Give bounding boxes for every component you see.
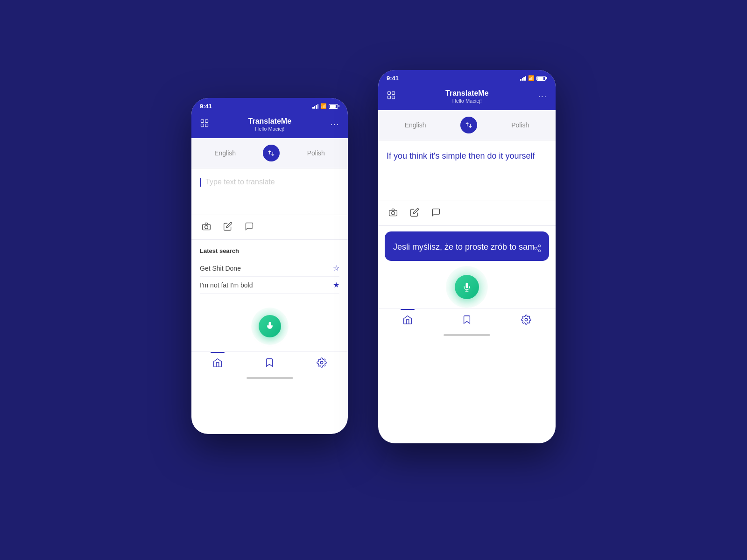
battery-icon-front [536,76,547,81]
action-icons-back [191,215,348,240]
cursor-back [200,178,201,187]
nav-bookmark-back[interactable] [255,356,284,371]
logo-icon-back [200,119,209,130]
star-icon-1[interactable]: ☆ [333,264,339,273]
svg-point-18 [525,318,528,321]
svg-rect-10 [392,96,395,99]
latest-search-back: Latest search Get Shit Done ☆ I'm not fa… [191,240,348,301]
status-bar-front: 9:41 📶 [378,70,556,85]
app-title-front: TranslateMe [445,89,488,98]
nav-home-back[interactable] [203,356,232,371]
source-text-front: If you think it's simple then do it your… [387,150,547,162]
target-lang-back[interactable]: Polish [307,149,325,157]
app-subtitle-back: Hello Maciej! [248,126,291,132]
app-title-back: TranslateMe [248,117,291,126]
wifi-icon-back: 📶 [320,103,327,109]
latest-search-title-back: Latest search [200,247,339,254]
swap-button-front[interactable] [460,117,477,133]
star-icon-2[interactable]: ★ [333,280,339,289]
svg-point-12 [392,211,395,215]
svg-rect-8 [392,92,395,95]
translate-placeholder-back: Type text to translate [200,178,339,187]
svg-rect-11 [389,210,397,216]
time-back: 9:41 [200,103,212,110]
menu-icon-front[interactable]: ··· [538,92,547,101]
status-icons-front: 📶 [520,75,547,81]
svg-rect-3 [205,124,208,127]
search-item-1[interactable]: Get Shit Done ☆ [200,260,339,277]
svg-rect-1 [205,120,208,123]
status-icons-back: 📶 [312,103,339,109]
svg-rect-0 [201,120,204,123]
nav-settings-back[interactable] [307,356,336,371]
svg-point-5 [205,225,208,229]
phone-front: 9:41 📶 [378,70,556,443]
home-icon-back [212,357,223,370]
result-text-front: Jesli myślisz, że to proste zrób to sam [393,241,541,253]
comment-icon-back[interactable] [243,220,256,233]
source-lang-back[interactable]: English [214,149,236,157]
home-indicator-back [247,377,293,379]
svg-point-15 [538,250,541,252]
svg-line-17 [536,246,538,248]
svg-rect-2 [201,124,204,127]
svg-line-16 [536,249,538,250]
phone-back: 9:41 📶 [191,98,348,434]
edit-icon-back[interactable] [221,220,234,233]
source-lang-front[interactable]: English [405,121,426,129]
nav-home-front[interactable] [393,313,422,329]
app-header-back: TranslateMe Hello Maciej! ··· [191,113,348,138]
svg-rect-4 [203,224,211,230]
battery-icon-back [329,104,339,109]
time-front: 9:41 [387,75,399,82]
lang-selector-back: English Polish [191,138,348,168]
home-indicator-front [444,334,490,336]
signal-icon-front [520,76,526,81]
svg-point-14 [534,247,536,250]
nav-settings-front[interactable] [512,313,541,329]
translate-input-front[interactable]: If you think it's simple then do it your… [378,140,556,201]
bookmark-icon-back [264,357,275,370]
camera-icon-back[interactable] [200,220,213,233]
phones-container: 9:41 📶 [191,70,556,490]
mic-button-front[interactable] [455,275,479,299]
bottom-nav-back [191,351,348,373]
search-item-2[interactable]: I'm not fat I'm bold ★ [200,277,339,294]
lang-selector-front: English Polish [378,110,556,140]
edit-icon-front[interactable] [408,206,421,219]
mic-button-back[interactable] [259,315,281,337]
share-icon-front[interactable] [533,244,542,254]
comment-icon-front[interactable] [430,206,443,219]
mic-container-front [378,266,556,308]
menu-icon-back[interactable]: ··· [331,120,339,129]
action-icons-front [378,201,556,226]
bookmark-icon-front [462,315,472,327]
app-header-front: TranslateMe Hello Maciej! ··· [378,85,556,110]
header-center-back: TranslateMe Hello Maciej! [248,117,291,132]
target-lang-front[interactable]: Polish [511,121,529,129]
wifi-icon-front: 📶 [528,75,535,81]
status-bar-back: 9:41 📶 [191,98,348,113]
header-center-front: TranslateMe Hello Maciej! [445,89,488,104]
camera-icon-front[interactable] [387,206,400,219]
home-icon-front [402,315,413,327]
result-card-front: Jesli myślisz, że to proste zrób to sam [385,231,549,261]
logo-icon-front [387,91,396,102]
translate-input-back[interactable]: Type text to translate [191,168,348,215]
svg-rect-7 [388,92,391,95]
svg-point-6 [320,361,323,364]
settings-icon-front [521,315,531,327]
settings-icon-back [317,357,327,370]
app-subtitle-front: Hello Maciej! [445,98,488,104]
svg-rect-9 [388,96,391,99]
swap-button-back[interactable] [263,145,280,161]
svg-point-13 [538,245,541,247]
signal-icon-back [312,104,318,109]
search-item-text-1: Get Shit Done [200,265,241,272]
nav-bookmark-front[interactable] [452,313,481,329]
mic-container-back [191,301,348,351]
bottom-nav-front [378,308,556,330]
search-item-text-2: I'm not fat I'm bold [200,281,253,289]
